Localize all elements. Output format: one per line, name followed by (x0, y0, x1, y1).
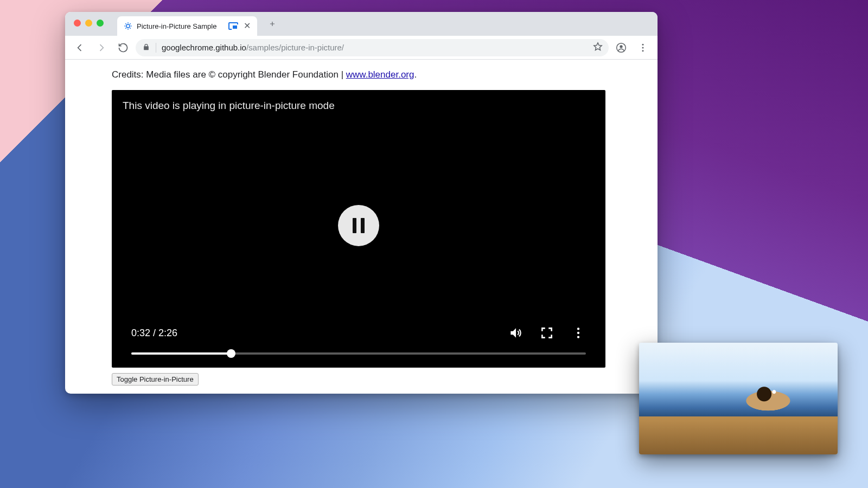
volume-button[interactable] (508, 325, 523, 341)
svg-point-0 (126, 24, 130, 28)
back-button[interactable] (71, 38, 89, 57)
video-menu-button[interactable] (571, 325, 586, 341)
browser-menu-button[interactable] (634, 38, 652, 57)
bookmark-star-icon[interactable] (592, 41, 603, 54)
tab-favicon-icon (124, 22, 132, 30)
progress-fill (131, 352, 231, 355)
time-display: 0:32 / 2:26 (131, 328, 492, 339)
new-tab-button[interactable] (265, 16, 280, 31)
svg-point-8 (577, 336, 579, 338)
url-text: googlechrome.github.io/samples/picture-i… (162, 43, 587, 52)
pause-button[interactable] (338, 205, 379, 246)
progress-thumb[interactable] (227, 349, 235, 358)
lock-icon (142, 43, 150, 53)
tab-strip: Picture-in-Picture Sample ✕ (65, 12, 658, 36)
reload-button[interactable] (114, 38, 132, 57)
credits-prefix: Credits: Media files are © copyright Ble… (112, 69, 346, 80)
tab-title: Picture-in-Picture Sample (137, 22, 224, 30)
credits-link[interactable]: www.blender.org (346, 69, 414, 80)
progress-bar[interactable] (131, 352, 586, 355)
svg-point-4 (642, 47, 644, 48)
url-path: /samples/picture-in-picture/ (246, 43, 344, 52)
browser-toolbar: googlechrome.github.io/samples/picture-i… (65, 36, 658, 60)
credits-text: Credits: Media files are © copyright Ble… (112, 69, 611, 80)
duration: 2:26 (158, 328, 177, 338)
svg-point-6 (577, 328, 579, 330)
video-controls: 0:32 / 2:26 (112, 325, 605, 368)
svg-point-2 (620, 45, 622, 48)
url-host: googlechrome.github.io (162, 43, 246, 52)
profile-button[interactable] (612, 38, 630, 57)
current-time: 0:32 (131, 328, 150, 338)
address-bar[interactable]: googlechrome.github.io/samples/picture-i… (136, 39, 609, 56)
video-player[interactable]: This video is playing in picture-in-pict… (112, 90, 605, 368)
page-content: Credits: Media files are © copyright Ble… (65, 60, 658, 394)
pip-overlay-message: This video is playing in picture-in-pict… (123, 100, 335, 112)
window-minimize-button[interactable] (85, 20, 92, 27)
window-zoom-button[interactable] (97, 20, 104, 27)
svg-point-7 (577, 332, 579, 334)
tab-close-button[interactable]: ✕ (242, 21, 252, 31)
window-close-button[interactable] (74, 20, 81, 27)
svg-point-3 (642, 43, 644, 45)
toggle-pip-button[interactable]: Toggle Picture-in-Picture (112, 373, 199, 386)
pause-icon (353, 218, 365, 233)
pip-indicator-icon (228, 22, 238, 30)
credits-suffix: . (414, 69, 417, 80)
window-controls (74, 20, 104, 27)
fullscreen-button[interactable] (539, 325, 554, 341)
pip-window[interactable] (639, 343, 838, 454)
omnibox-separator (156, 43, 156, 53)
browser-tab[interactable]: Picture-in-Picture Sample ✕ (117, 16, 257, 36)
browser-window: Picture-in-Picture Sample ✕ googlechrome… (65, 12, 658, 394)
svg-point-5 (642, 50, 644, 52)
forward-button[interactable] (92, 38, 111, 57)
